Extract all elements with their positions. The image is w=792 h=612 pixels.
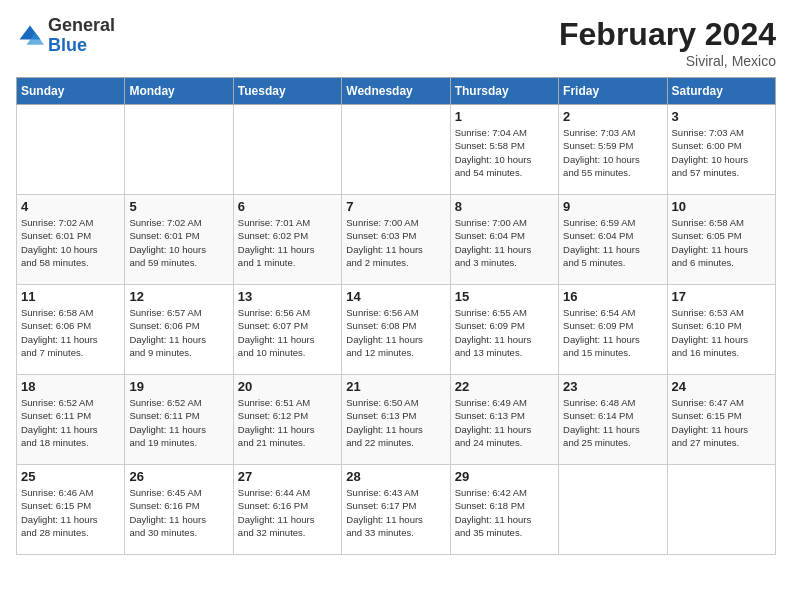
day-info: Sunrise: 6:56 AMSunset: 6:08 PMDaylight:… <box>346 306 445 359</box>
calendar-cell: 2Sunrise: 7:03 AMSunset: 5:59 PMDaylight… <box>559 105 667 195</box>
calendar-cell <box>233 105 341 195</box>
day-number: 21 <box>346 379 445 394</box>
day-number: 14 <box>346 289 445 304</box>
calendar-cell: 4Sunrise: 7:02 AMSunset: 6:01 PMDaylight… <box>17 195 125 285</box>
page-header: General Blue February 2024 Siviral, Mexi… <box>16 16 776 69</box>
day-info: Sunrise: 6:48 AMSunset: 6:14 PMDaylight:… <box>563 396 662 449</box>
day-number: 15 <box>455 289 554 304</box>
day-number: 27 <box>238 469 337 484</box>
day-info: Sunrise: 6:44 AMSunset: 6:16 PMDaylight:… <box>238 486 337 539</box>
day-info: Sunrise: 6:49 AMSunset: 6:13 PMDaylight:… <box>455 396 554 449</box>
day-number: 12 <box>129 289 228 304</box>
calendar-header-row: SundayMondayTuesdayWednesdayThursdayFrid… <box>17 78 776 105</box>
calendar-cell: 7Sunrise: 7:00 AMSunset: 6:03 PMDaylight… <box>342 195 450 285</box>
calendar-cell: 5Sunrise: 7:02 AMSunset: 6:01 PMDaylight… <box>125 195 233 285</box>
day-of-week-header: Friday <box>559 78 667 105</box>
day-number: 24 <box>672 379 771 394</box>
calendar-cell: 17Sunrise: 6:53 AMSunset: 6:10 PMDayligh… <box>667 285 775 375</box>
day-of-week-header: Thursday <box>450 78 558 105</box>
day-number: 11 <box>21 289 120 304</box>
calendar-week-row: 11Sunrise: 6:58 AMSunset: 6:06 PMDayligh… <box>17 285 776 375</box>
calendar-cell: 28Sunrise: 6:43 AMSunset: 6:17 PMDayligh… <box>342 465 450 555</box>
day-info: Sunrise: 7:03 AMSunset: 5:59 PMDaylight:… <box>563 126 662 179</box>
calendar-cell: 15Sunrise: 6:55 AMSunset: 6:09 PMDayligh… <box>450 285 558 375</box>
day-number: 4 <box>21 199 120 214</box>
calendar-cell: 13Sunrise: 6:56 AMSunset: 6:07 PMDayligh… <box>233 285 341 375</box>
calendar-cell: 24Sunrise: 6:47 AMSunset: 6:15 PMDayligh… <box>667 375 775 465</box>
day-number: 16 <box>563 289 662 304</box>
calendar-cell: 14Sunrise: 6:56 AMSunset: 6:08 PMDayligh… <box>342 285 450 375</box>
day-number: 28 <box>346 469 445 484</box>
day-number: 17 <box>672 289 771 304</box>
day-info: Sunrise: 6:52 AMSunset: 6:11 PMDaylight:… <box>21 396 120 449</box>
logo-icon <box>16 22 44 50</box>
day-number: 2 <box>563 109 662 124</box>
day-of-week-header: Sunday <box>17 78 125 105</box>
calendar-cell: 21Sunrise: 6:50 AMSunset: 6:13 PMDayligh… <box>342 375 450 465</box>
calendar-cell: 26Sunrise: 6:45 AMSunset: 6:16 PMDayligh… <box>125 465 233 555</box>
calendar-cell: 9Sunrise: 6:59 AMSunset: 6:04 PMDaylight… <box>559 195 667 285</box>
day-info: Sunrise: 6:54 AMSunset: 6:09 PMDaylight:… <box>563 306 662 359</box>
calendar-subtitle: Siviral, Mexico <box>559 53 776 69</box>
day-number: 22 <box>455 379 554 394</box>
day-info: Sunrise: 7:00 AMSunset: 6:04 PMDaylight:… <box>455 216 554 269</box>
day-info: Sunrise: 6:58 AMSunset: 6:05 PMDaylight:… <box>672 216 771 269</box>
day-number: 6 <box>238 199 337 214</box>
calendar-cell: 18Sunrise: 6:52 AMSunset: 6:11 PMDayligh… <box>17 375 125 465</box>
title-block: February 2024 Siviral, Mexico <box>559 16 776 69</box>
calendar-cell: 23Sunrise: 6:48 AMSunset: 6:14 PMDayligh… <box>559 375 667 465</box>
calendar-cell <box>559 465 667 555</box>
day-number: 10 <box>672 199 771 214</box>
day-info: Sunrise: 7:04 AMSunset: 5:58 PMDaylight:… <box>455 126 554 179</box>
day-info: Sunrise: 6:55 AMSunset: 6:09 PMDaylight:… <box>455 306 554 359</box>
day-number: 5 <box>129 199 228 214</box>
day-info: Sunrise: 6:56 AMSunset: 6:07 PMDaylight:… <box>238 306 337 359</box>
day-number: 26 <box>129 469 228 484</box>
logo: General Blue <box>16 16 115 56</box>
calendar-cell: 20Sunrise: 6:51 AMSunset: 6:12 PMDayligh… <box>233 375 341 465</box>
calendar-cell <box>667 465 775 555</box>
calendar-cell <box>125 105 233 195</box>
day-info: Sunrise: 6:52 AMSunset: 6:11 PMDaylight:… <box>129 396 228 449</box>
day-info: Sunrise: 6:51 AMSunset: 6:12 PMDaylight:… <box>238 396 337 449</box>
day-number: 20 <box>238 379 337 394</box>
calendar-cell: 12Sunrise: 6:57 AMSunset: 6:06 PMDayligh… <box>125 285 233 375</box>
day-number: 13 <box>238 289 337 304</box>
calendar-week-row: 18Sunrise: 6:52 AMSunset: 6:11 PMDayligh… <box>17 375 776 465</box>
day-info: Sunrise: 7:02 AMSunset: 6:01 PMDaylight:… <box>21 216 120 269</box>
day-of-week-header: Saturday <box>667 78 775 105</box>
logo-blue-text: Blue <box>48 35 87 55</box>
calendar-cell <box>342 105 450 195</box>
day-info: Sunrise: 6:53 AMSunset: 6:10 PMDaylight:… <box>672 306 771 359</box>
day-info: Sunrise: 7:01 AMSunset: 6:02 PMDaylight:… <box>238 216 337 269</box>
logo-general-text: General <box>48 15 115 35</box>
calendar-cell: 1Sunrise: 7:04 AMSunset: 5:58 PMDaylight… <box>450 105 558 195</box>
calendar-body: 1Sunrise: 7:04 AMSunset: 5:58 PMDaylight… <box>17 105 776 555</box>
calendar-cell: 16Sunrise: 6:54 AMSunset: 6:09 PMDayligh… <box>559 285 667 375</box>
calendar-cell: 29Sunrise: 6:42 AMSunset: 6:18 PMDayligh… <box>450 465 558 555</box>
day-number: 9 <box>563 199 662 214</box>
day-info: Sunrise: 6:57 AMSunset: 6:06 PMDaylight:… <box>129 306 228 359</box>
day-of-week-header: Wednesday <box>342 78 450 105</box>
calendar-cell: 25Sunrise: 6:46 AMSunset: 6:15 PMDayligh… <box>17 465 125 555</box>
calendar-cell <box>17 105 125 195</box>
calendar-week-row: 4Sunrise: 7:02 AMSunset: 6:01 PMDaylight… <box>17 195 776 285</box>
day-info: Sunrise: 6:50 AMSunset: 6:13 PMDaylight:… <box>346 396 445 449</box>
calendar-cell: 8Sunrise: 7:00 AMSunset: 6:04 PMDaylight… <box>450 195 558 285</box>
calendar-cell: 19Sunrise: 6:52 AMSunset: 6:11 PMDayligh… <box>125 375 233 465</box>
day-info: Sunrise: 6:46 AMSunset: 6:15 PMDaylight:… <box>21 486 120 539</box>
calendar-table: SundayMondayTuesdayWednesdayThursdayFrid… <box>16 77 776 555</box>
day-of-week-header: Tuesday <box>233 78 341 105</box>
day-number: 1 <box>455 109 554 124</box>
day-number: 18 <box>21 379 120 394</box>
day-number: 7 <box>346 199 445 214</box>
day-number: 8 <box>455 199 554 214</box>
day-info: Sunrise: 7:03 AMSunset: 6:00 PMDaylight:… <box>672 126 771 179</box>
calendar-week-row: 1Sunrise: 7:04 AMSunset: 5:58 PMDaylight… <box>17 105 776 195</box>
day-info: Sunrise: 6:45 AMSunset: 6:16 PMDaylight:… <box>129 486 228 539</box>
calendar-cell: 10Sunrise: 6:58 AMSunset: 6:05 PMDayligh… <box>667 195 775 285</box>
day-number: 29 <box>455 469 554 484</box>
day-number: 23 <box>563 379 662 394</box>
calendar-week-row: 25Sunrise: 6:46 AMSunset: 6:15 PMDayligh… <box>17 465 776 555</box>
calendar-cell: 11Sunrise: 6:58 AMSunset: 6:06 PMDayligh… <box>17 285 125 375</box>
